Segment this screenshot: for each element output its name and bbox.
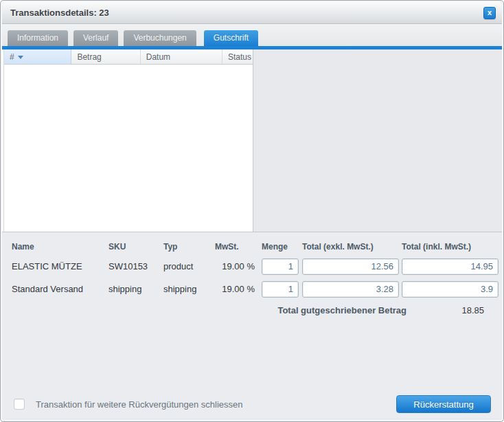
gutschrift-panel: # Betrag Datum Status [2,49,502,232]
close-button[interactable]: x [483,7,496,19]
quantity-input[interactable] [262,258,299,275]
header-total-exkl: Total (exkl. MwSt.) [302,242,399,252]
position-typ: product [163,261,215,271]
position-name: Standard Versand [12,284,108,294]
column-header-number-label: # [10,52,14,62]
position-row-shipping: Standard Versand shipping shipping 19.00… [2,280,502,298]
header-typ: Typ [163,242,215,252]
column-header-status-label: Status [228,52,251,62]
quantity-input[interactable] [262,281,299,298]
header-menge: Menge [262,242,299,252]
window-titlebar: Transaktionsdetails: 23 x [2,2,502,24]
position-sku: SW10153 [108,261,163,271]
position-mwst: 19.00 % [215,261,255,271]
close-transaction-checkbox[interactable] [14,399,25,410]
tab-verbuchungen[interactable]: Verbuchungen [124,30,196,46]
tab-verlauf[interactable]: Verlauf [73,30,118,46]
credit-detail-panel-empty [253,49,502,232]
position-sku: shipping [108,284,163,294]
credits-grid: # Betrag Datum Status [3,49,253,232]
header-name: Name [12,242,108,252]
column-header-number[interactable]: # [4,49,71,64]
tab-bar: Information Verlauf Verbuchungen Gutschr… [2,24,502,49]
header-sku: SKU [108,242,163,252]
total-incl-vat-input[interactable] [402,258,499,275]
column-header-betrag[interactable]: Betrag [71,49,140,64]
total-incl-vat-input[interactable] [402,281,499,298]
sort-desc-icon [18,56,23,59]
footer-toolbar: Transaktion für weitere Rückvergütungen … [2,395,502,413]
close-transaction-label: Transaktion für weitere Rückvergütungen … [36,399,243,410]
refund-positions-section: Name SKU Typ MwSt. Menge Total (exkl. Mw… [2,232,502,420]
column-header-datum-label: Datum [146,52,170,62]
position-row-product: ELASTIC MÜTZE SW10153 product 19.00 % [2,257,502,276]
column-header-status[interactable]: Status [222,49,253,64]
total-excl-vat-input[interactable] [302,281,399,298]
column-header-betrag-label: Betrag [77,52,101,62]
total-credited-label: Total gutgeschriebener Betrag [277,305,406,315]
total-credited-value: 18.85 [406,305,484,315]
credits-grid-header: # Betrag Datum Status [4,49,253,65]
positions-table-header: Name SKU Typ MwSt. Menge Total (exkl. Mw… [2,241,502,253]
total-row: Total gutgeschriebener Betrag 18.85 [2,305,502,315]
credits-grid-body-empty [4,65,253,232]
position-mwst: 19.00 % [215,284,255,294]
total-excl-vat-input[interactable] [302,258,399,275]
tab-information[interactable]: Information [8,30,68,46]
tab-gutschrift[interactable]: Gutschrift [204,30,258,46]
transaction-details-window: Transaktionsdetails: 23 x Information Ve… [0,0,504,422]
column-header-datum[interactable]: Datum [141,49,222,64]
active-tab-strip [2,46,502,49]
header-total-inkl: Total (inkl. MwSt.) [402,242,499,252]
position-name: ELASTIC MÜTZE [12,261,108,271]
header-mwst: MwSt. [215,242,255,252]
refund-button[interactable]: Rückerstattung [396,395,491,413]
position-typ: shipping [163,284,215,294]
window-title: Transaktionsdetails: 23 [10,8,109,18]
